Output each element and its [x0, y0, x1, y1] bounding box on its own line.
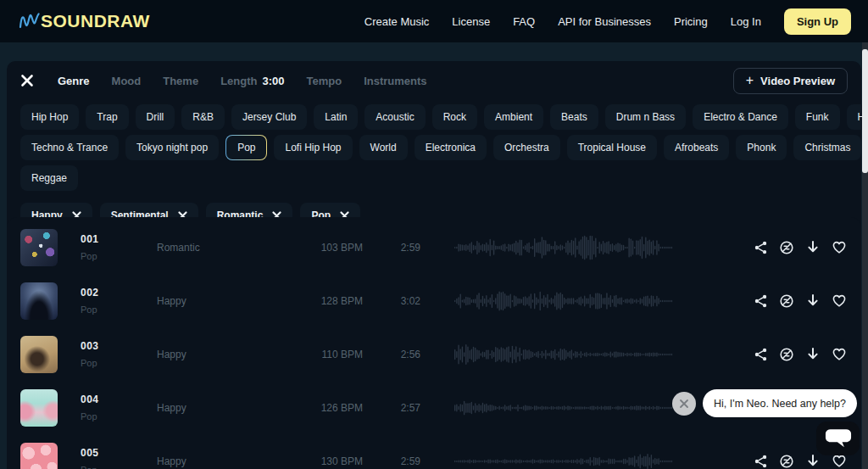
like-icon[interactable] [831, 239, 848, 256]
track-number: 002 [81, 287, 157, 299]
dissimilar-icon[interactable] [778, 239, 795, 256]
genre-chip-drum-n-bass[interactable]: Drum n Bass [605, 104, 686, 130]
soundwave-icon [19, 10, 41, 32]
waveform[interactable] [454, 233, 673, 262]
soundraw-logo[interactable]: SOUNDRAW [19, 10, 150, 32]
track-id-block: 003 Pop [81, 340, 157, 368]
video-preview-button[interactable]: + Video Preview [733, 68, 848, 94]
track-genre: Pop [81, 358, 157, 368]
scrollbar-track[interactable] [862, 42, 868, 469]
tab-mood[interactable]: Mood [112, 75, 142, 87]
genre-chip-ambient[interactable]: Ambient [484, 104, 543, 130]
chat-message-bubble[interactable]: Hi, I'm Neo. Need any help? [703, 389, 857, 417]
track-mood: Happy [157, 349, 280, 360]
genre-chip-beats[interactable]: Beats [550, 104, 598, 130]
share-icon[interactable] [752, 453, 769, 469]
share-icon[interactable] [752, 346, 769, 363]
nav-link-license[interactable]: License [452, 15, 490, 28]
track-mood: Romantic [157, 242, 280, 254]
waveform[interactable] [454, 340, 673, 369]
download-icon[interactable] [804, 453, 821, 469]
track-mood: Happy [157, 455, 280, 467]
track-row-001[interactable]: 001 Pop Romantic 103 BPM 2:59 [20, 221, 848, 274]
genre-chip-world[interactable]: World [359, 135, 408, 160]
nav-links: Create Music License FAQ API for Busines… [364, 8, 851, 35]
genre-chip-christmas[interactable]: Christmas [793, 135, 861, 160]
genre-chip-rnb[interactable]: R&B [181, 104, 225, 130]
length-value: 3:00 [262, 75, 284, 87]
genre-chip-afrobeats[interactable]: Afrobeats [664, 135, 729, 160]
genre-chip-drill[interactable]: Drill [136, 104, 175, 130]
sign-up-button[interactable]: Sign Up [784, 8, 851, 35]
nav-link-login[interactable]: Log In [731, 15, 761, 28]
waveform[interactable] [454, 447, 673, 469]
track-row-002[interactable]: 002 Pop Happy 128 BPM 3:02 [20, 274, 848, 327]
genre-chip-electronica[interactable]: Electronica [415, 135, 487, 160]
genre-chip-phonk[interactable]: Phonk [736, 135, 787, 160]
track-genre: Pop [81, 251, 157, 261]
genre-chip-pop-selected[interactable]: Pop [225, 135, 267, 160]
like-icon[interactable] [831, 346, 848, 363]
nav-link-pricing[interactable]: Pricing [674, 15, 708, 28]
chat-dismiss-button[interactable] [672, 392, 696, 416]
like-icon[interactable] [831, 293, 848, 310]
genre-chip-electro-dance[interactable]: Electro & Dance [693, 104, 788, 130]
download-icon[interactable] [804, 239, 821, 256]
genre-chip-orchestra[interactable]: Orchestra [493, 135, 560, 160]
tab-instruments[interactable]: Instruments [364, 75, 426, 87]
share-icon[interactable] [752, 293, 769, 310]
track-mood: Happy [157, 402, 280, 414]
scrollbar-thumb[interactable] [862, 49, 868, 173]
track-list-panel: 001 Pop Romantic 103 BPM 2:59 002 Pop Ha… [7, 217, 861, 469]
download-icon[interactable] [804, 346, 821, 363]
track-thumbnail[interactable] [20, 336, 58, 373]
genre-chip-trap[interactable]: Trap [86, 104, 128, 130]
nav-link-api[interactable]: API for Businesses [558, 15, 651, 28]
genre-chip-tropical-house[interactable]: Tropical House [567, 135, 657, 160]
dissimilar-icon[interactable] [778, 453, 795, 469]
track-thumbnail[interactable] [20, 229, 58, 266]
chat-prompt: Hi, I'm Neo. Need any help? [672, 389, 857, 417]
chat-launcher-button[interactable] [816, 422, 860, 455]
genre-chip-hip-hop[interactable]: Hip Hop [20, 104, 79, 130]
waveform[interactable] [454, 287, 673, 315]
nav-link-create-music[interactable]: Create Music [364, 15, 430, 28]
nav-link-faq[interactable]: FAQ [513, 15, 535, 28]
tab-length[interactable]: Length 3:00 [220, 75, 284, 87]
track-thumbnail[interactable] [20, 282, 58, 320]
chat-bubble-icon [825, 428, 852, 449]
track-row-003[interactable]: 003 Pop Happy 110 BPM 2:56 [20, 327, 848, 381]
tab-genre[interactable]: Genre [58, 75, 90, 87]
track-id-block: 002 Pop [81, 287, 157, 315]
genre-chip-acoustic[interactable]: Acoustic [364, 104, 425, 130]
dissimilar-icon[interactable] [778, 346, 795, 363]
track-thumbnail[interactable] [20, 443, 58, 469]
track-duration: 2:57 [363, 402, 420, 414]
genre-chip-lofi-hip-hop[interactable]: Lofi Hip Hop [274, 135, 352, 160]
track-bpm: 103 BPM [280, 242, 363, 254]
track-genre: Pop [81, 465, 157, 469]
close-filters-button[interactable] [20, 74, 34, 87]
share-icon[interactable] [752, 239, 769, 256]
genre-chip-jersey-club[interactable]: Jersey Club [231, 104, 307, 130]
track-genre: Pop [81, 304, 157, 315]
track-row-005[interactable]: 005 Pop Happy 130 BPM 2:59 [20, 434, 848, 469]
track-thumbnail[interactable] [20, 389, 58, 427]
genre-chip-techno-trance[interactable]: Techno & Trance [20, 135, 119, 160]
tab-tempo[interactable]: Tempo [307, 75, 342, 87]
genre-chip-latin[interactable]: Latin [314, 104, 358, 130]
track-bpm: 130 BPM [280, 455, 363, 467]
brand-name: SOUNDRAW [41, 11, 150, 31]
genre-chips-row-3: Reggae [20, 165, 848, 191]
tab-theme[interactable]: Theme [163, 75, 198, 87]
track-genre: Pop [81, 411, 157, 422]
waveform[interactable] [454, 394, 673, 422]
download-icon[interactable] [804, 293, 821, 310]
genre-chips-row-2: Techno & Trance Tokyo night pop Pop Lofi… [20, 135, 848, 160]
track-id-block: 004 Pop [81, 394, 157, 422]
genre-chip-reggae[interactable]: Reggae [20, 165, 78, 191]
genre-chip-funk[interactable]: Funk [795, 104, 840, 130]
genre-chip-tokyo-night-pop[interactable]: Tokyo night pop [125, 135, 219, 160]
genre-chip-rock[interactable]: Rock [432, 104, 477, 130]
dissimilar-icon[interactable] [778, 293, 795, 310]
